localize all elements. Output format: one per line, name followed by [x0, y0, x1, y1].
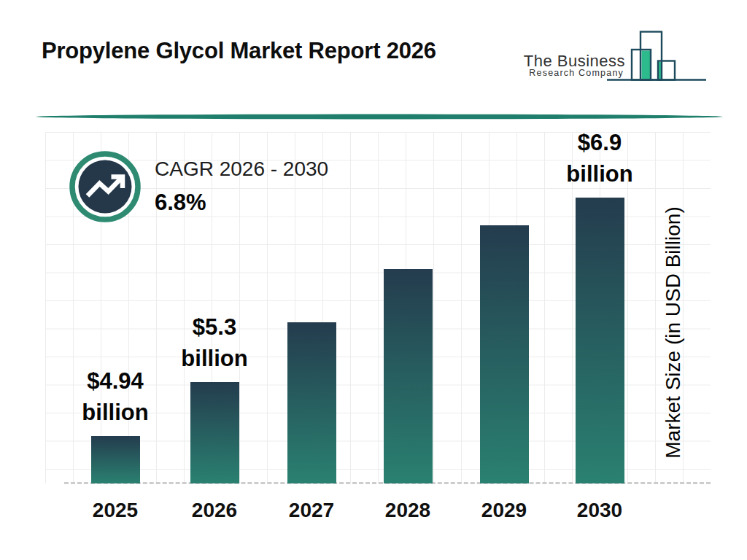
x-tick-2029: 2029	[460, 499, 548, 522]
x-tick-2025: 2025	[71, 499, 159, 522]
page-title: Propylene Glycol Market Report 2026	[42, 38, 436, 64]
infographic-root: Propylene Glycol Market Report 2026 The …	[0, 0, 747, 560]
x-tick-2030: 2030	[556, 499, 643, 522]
trend-up-icon	[69, 150, 142, 223]
bar-2025	[91, 436, 140, 483]
cagr-value: 6.8%	[155, 190, 328, 216]
cagr-range-label: CAGR 2026 - 2030	[155, 158, 328, 181]
bar-2030	[576, 198, 624, 483]
value-label-2025: $4.94billion	[35, 365, 196, 428]
x-tick-2027: 2027	[268, 499, 355, 522]
x-tick-2028: 2028	[364, 499, 452, 522]
x-tick-2026: 2026	[171, 499, 258, 522]
y-axis-title: Market Size (in USD Billion)	[662, 206, 685, 458]
bar-2028	[384, 269, 433, 483]
divider-line	[35, 112, 724, 121]
bar-2029	[480, 225, 529, 483]
bar-2026	[190, 382, 239, 483]
value-label-2026: $5.3billion	[134, 311, 295, 374]
cagr-badge: CAGR 2026 - 2030 6.8%	[155, 158, 328, 216]
logo-bars-icon	[604, 28, 710, 85]
value-label-2030: $6.9billion	[519, 127, 680, 190]
